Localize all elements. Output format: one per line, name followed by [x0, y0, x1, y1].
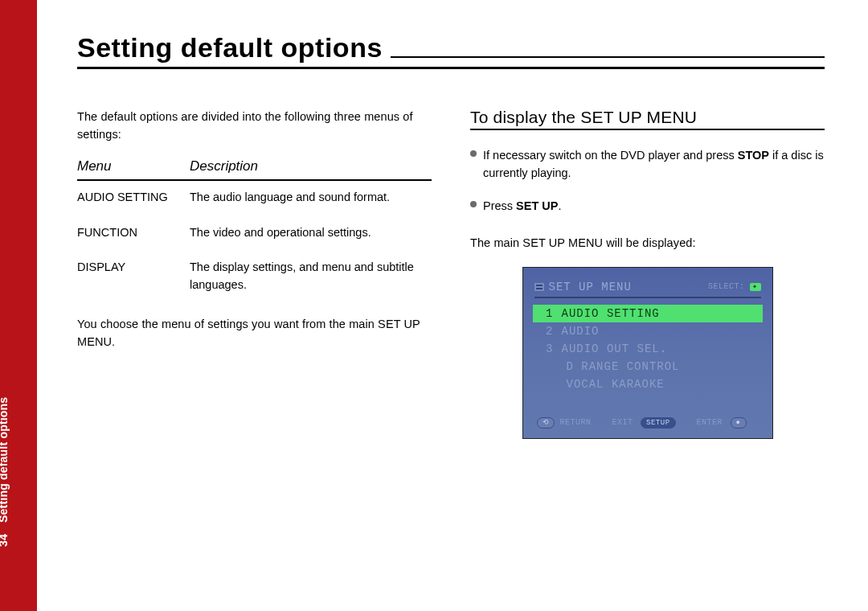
- setup-pill: SETUP: [641, 417, 676, 429]
- tv-list: 1AUDIO SETTING 2AUDIO 3AUDIO OUT SEL. D …: [534, 305, 761, 393]
- tv-item: VOCAL KARAOKE: [562, 375, 761, 393]
- desc-cell: The display settings, and menu and subti…: [190, 251, 432, 304]
- tv-footer-return: ⟲ RETURN: [534, 417, 592, 429]
- enter-icon: ●: [731, 417, 747, 429]
- left-column: The default options are divided into the…: [77, 108, 432, 439]
- title-rule: [391, 56, 825, 58]
- tv-footer-exit: EXIT SETUP: [612, 417, 676, 429]
- dpad-icon: ✦: [750, 283, 761, 291]
- menu-cell: DISPLAY: [77, 251, 190, 304]
- step-1-text: If necessary switch on the DVD player an…: [483, 146, 825, 182]
- page-title: Setting default options: [77, 32, 383, 64]
- col-header-desc: Description: [190, 158, 432, 180]
- page-content: Setting default options The default opti…: [77, 32, 825, 439]
- page-number: 34: [0, 534, 10, 547]
- subheading: To display the SET UP MENU: [470, 108, 825, 127]
- tv-screenshot: SET UP MENU SELECT: ✦ 1AUDIO SETTING 2AU…: [522, 267, 773, 439]
- table-row: AUDIO SETTING The audio language and sou…: [77, 180, 432, 216]
- bullet-icon: [470, 150, 477, 157]
- step-2: Press SET UP.: [470, 197, 825, 215]
- subheading-rule: [470, 129, 825, 130]
- step-1: If necessary switch on the DVD player an…: [470, 146, 825, 182]
- tv-item: 3AUDIO OUT SEL.: [534, 340, 761, 358]
- table-row: FUNCTION The video and operational setti…: [77, 216, 432, 252]
- title-row: Setting default options: [77, 32, 825, 69]
- table-row: DISPLAY The display settings, and menu a…: [77, 251, 432, 304]
- desc-cell: The audio language and sound format.: [190, 180, 432, 216]
- intro-text: The default options are divided into the…: [77, 108, 432, 144]
- right-column: To display the SET UP MENU If necessary …: [470, 108, 825, 439]
- tv-item-selected: 1AUDIO SETTING: [533, 305, 763, 322]
- tv-footer: ⟲ RETURN EXIT SETUP ENTER ●: [534, 417, 761, 429]
- tv-footer-enter: ENTER ●: [697, 417, 747, 429]
- section-name: Setting default options: [0, 397, 10, 523]
- tv-item: D RANGE CONTROL: [562, 358, 761, 375]
- result-text: The main SET UP MENU will be displayed:: [470, 234, 825, 252]
- list-icon: [534, 283, 544, 291]
- tv-select-label: SELECT:: [708, 282, 745, 291]
- desc-cell: The video and operational settings.: [190, 216, 432, 252]
- tv-title-row: SET UP MENU SELECT: ✦: [534, 281, 761, 298]
- tv-title: SET UP MENU: [549, 281, 703, 293]
- menu-table: Menu Description AUDIO SETTING The audio…: [77, 158, 432, 304]
- side-label: 34 Setting default options: [0, 397, 10, 547]
- tv-item: 2AUDIO: [534, 322, 761, 340]
- bullet-icon: [470, 201, 477, 207]
- outro-text: You choose the menu of settings you want…: [77, 315, 432, 351]
- menu-cell: AUDIO SETTING: [77, 180, 190, 216]
- return-icon: ⟲: [537, 417, 555, 429]
- col-header-menu: Menu: [77, 158, 190, 180]
- step-2-text: Press SET UP.: [483, 197, 562, 215]
- menu-cell: FUNCTION: [77, 216, 190, 252]
